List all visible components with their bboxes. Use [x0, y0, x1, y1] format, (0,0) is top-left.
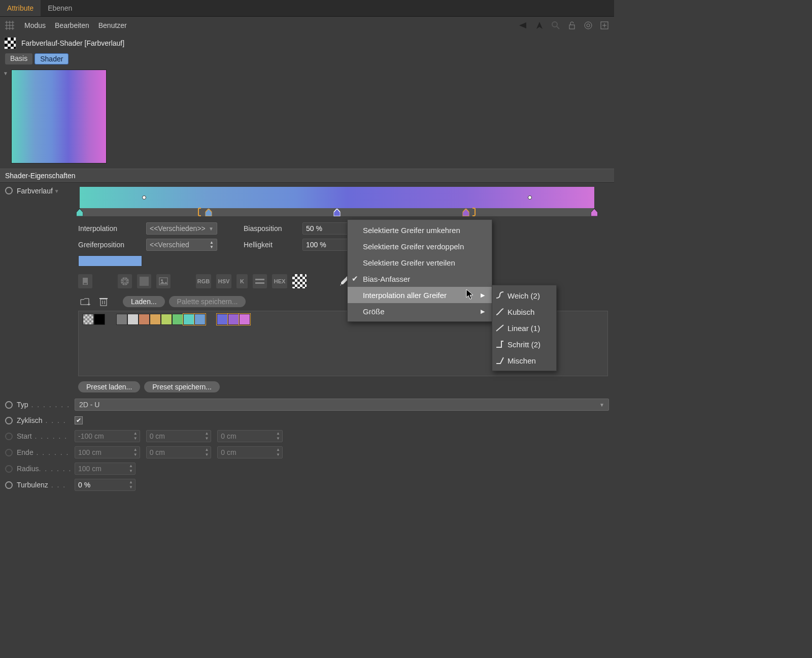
midpoint-2[interactable]	[528, 195, 532, 200]
back-icon[interactable]	[518, 20, 529, 31]
hsv-button[interactable]: HSV	[216, 274, 231, 288]
start-y[interactable]: 0 cm▲▼	[146, 430, 212, 442]
start-z[interactable]: 0 cm▲▼	[217, 430, 283, 442]
sm-mischen[interactable]: Mischen	[492, 352, 556, 369]
swatches-icon[interactable]	[292, 274, 307, 288]
swatch[interactable]	[139, 314, 150, 325]
cm-interp[interactable]: Interpolation aller Greifer▶ Weich (2) K…	[348, 287, 492, 303]
expand-icon[interactable]: ▼	[54, 188, 59, 194]
typ-label: Typ . . . . . . . .	[17, 401, 71, 409]
ende-x[interactable]: 100 cm▲▼	[75, 446, 140, 458]
tab-attribute[interactable]: Attribute	[0, 0, 41, 16]
knot-3[interactable]	[334, 209, 341, 216]
greifer-input[interactable]: <<Verschied ▲▼	[146, 239, 217, 251]
radius-input[interactable]: 100 cm▲▼	[75, 463, 136, 475]
target-icon[interactable]	[583, 20, 594, 31]
anim-dot[interactable]	[5, 417, 13, 424]
anim-dot[interactable]	[5, 433, 13, 440]
sm-weich[interactable]: Weich (2)	[492, 287, 556, 304]
chevron-down-icon: ▼	[599, 402, 604, 408]
subtab-shader[interactable]: Shader	[35, 53, 69, 64]
swatch[interactable]	[161, 314, 172, 325]
menu-bearbeiten[interactable]: Bearbeiten	[55, 21, 89, 29]
preset-laden-button[interactable]: Preset laden...	[78, 381, 140, 392]
knot-1[interactable]	[77, 209, 83, 216]
search-icon[interactable]	[550, 20, 561, 31]
anim-dot[interactable]	[5, 465, 13, 473]
swatch[interactable]	[94, 314, 105, 325]
rgb-button[interactable]: RGB	[196, 274, 211, 288]
up-icon[interactable]	[534, 20, 545, 31]
grid-icon[interactable]	[4, 20, 15, 31]
knot-bar[interactable]	[80, 208, 594, 216]
tab-ebenen[interactable]: Ebenen	[41, 0, 79, 16]
typ-dropdown[interactable]: 2D - U ▼	[75, 399, 609, 411]
image-icon[interactable]	[156, 274, 171, 288]
sliders-icon[interactable]	[253, 274, 267, 288]
sm-linear[interactable]: Linear (1)	[492, 320, 556, 336]
gradient-preview[interactable]	[11, 70, 107, 163]
svg-point-9	[585, 22, 592, 29]
folder-add-icon[interactable]: +	[78, 294, 92, 309]
menu-modus[interactable]: Modus	[24, 21, 46, 29]
swatch[interactable]	[217, 314, 228, 325]
swatch[interactable]	[116, 314, 127, 325]
interpolation-label: Interpolation	[78, 224, 138, 233]
spectrum-icon[interactable]	[137, 274, 151, 288]
menu-benutzer[interactable]: Benutzer	[98, 21, 127, 29]
cm-umkehren[interactable]: Selektierte Greifer umkehren	[348, 222, 492, 238]
interpolation-dropdown[interactable]: <<Verschieden>> ▼	[146, 222, 217, 235]
palette-speichern-button[interactable]: Palette speichern...	[169, 296, 246, 307]
knot-5[interactable]	[591, 209, 598, 216]
k-button[interactable]: K	[236, 274, 248, 288]
object-title: Farbverlauf-Shader [Farbverlauf]	[21, 39, 124, 47]
anim-dot[interactable]	[5, 401, 13, 409]
ende-y[interactable]: 0 cm▲▼	[146, 446, 212, 458]
swatch[interactable]	[172, 314, 183, 325]
midpoint-1[interactable]	[142, 195, 146, 200]
svg-rect-15	[84, 283, 87, 284]
add-icon[interactable]	[599, 20, 610, 31]
knot-2[interactable]	[205, 209, 212, 216]
sm-kubisch[interactable]: Kubisch	[492, 304, 556, 320]
cm-verteilen[interactable]: Selektierte Greifer verteilen	[348, 254, 492, 271]
ende-z[interactable]: 0 cm▲▼	[217, 446, 283, 458]
cm-groesse[interactable]: Größe▶	[348, 303, 492, 319]
knot-4[interactable]	[462, 209, 469, 216]
cm-verdoppeln[interactable]: Selektierte Greifer verdoppeln	[348, 238, 492, 254]
farbverlauf-label: Farbverlauf	[17, 187, 53, 195]
hex-button[interactable]: HEX	[272, 274, 287, 288]
hell-label: Helligkeit	[244, 241, 294, 249]
swatch[interactable]	[150, 314, 161, 325]
wheel-icon[interactable]	[118, 274, 132, 288]
turbulenz-label: Turbulenz . . .	[17, 481, 71, 489]
start-x[interactable]: -100 cm▲▼	[75, 430, 140, 442]
anim-dot[interactable]	[5, 449, 13, 456]
turbulenz-input[interactable]: 0 %▲▼	[75, 479, 136, 491]
lock-icon[interactable]	[566, 20, 578, 31]
expand-icon[interactable]: ▼	[3, 71, 10, 78]
swatch[interactable]	[183, 314, 194, 325]
swatch[interactable]	[239, 314, 250, 325]
sm-schritt[interactable]: Schritt (2)	[492, 336, 556, 352]
chevron-right-icon: ▶	[481, 308, 485, 315]
picker-icon[interactable]	[78, 274, 92, 288]
trash-icon[interactable]	[96, 294, 111, 309]
anim-dot[interactable]	[5, 481, 13, 489]
spinner-icon[interactable]: ▲▼	[210, 240, 214, 249]
swatch[interactable]	[228, 314, 239, 325]
swatch[interactable]	[83, 314, 94, 325]
svg-rect-21	[140, 277, 149, 286]
color-swatch[interactable]	[78, 255, 142, 267]
anim-dot[interactable]	[5, 187, 13, 194]
laden-button[interactable]: Laden...	[123, 296, 165, 307]
gradient-bar[interactable]	[80, 187, 594, 208]
svg-point-23	[161, 279, 163, 281]
swatch[interactable]	[127, 314, 139, 325]
cm-bias[interactable]: ✔Bias-Anfasser	[348, 271, 492, 287]
preset-speichern-button[interactable]: Preset speichern...	[144, 381, 220, 392]
zyklisch-checkbox[interactable]: ✔	[75, 416, 83, 424]
subtab-basis[interactable]: Basis	[5, 53, 32, 64]
swatch[interactable]	[194, 314, 206, 325]
svg-point-10	[587, 24, 590, 27]
